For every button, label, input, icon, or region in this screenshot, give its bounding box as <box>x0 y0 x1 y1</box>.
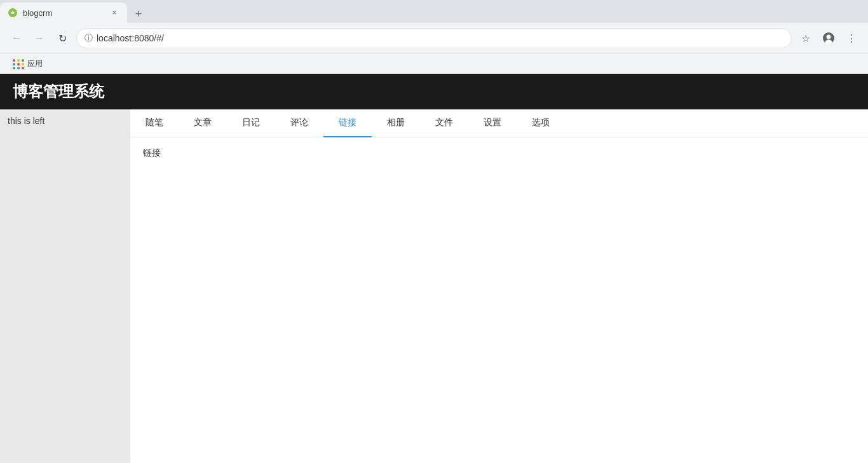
address-input[interactable] <box>97 33 783 43</box>
svg-point-2 <box>827 35 831 39</box>
left-sidebar: this is left <box>0 109 130 463</box>
tab-xuanxiang[interactable]: 选项 <box>517 109 565 137</box>
sidebar-text: this is left <box>0 109 130 132</box>
tab-shezhi[interactable]: 设置 <box>468 109 517 137</box>
forward-button[interactable]: → <box>31 29 48 47</box>
apps-grid-icon <box>13 59 25 69</box>
tab-title: blogcrm <box>23 8 104 18</box>
tab-favicon <box>8 8 18 18</box>
address-bar: ← → ↻ ⓘ ☆ ⋮ <box>0 23 868 53</box>
tab-riji[interactable]: 日记 <box>227 109 275 137</box>
tab-wenjian[interactable]: 文件 <box>420 109 468 137</box>
app-body: this is left 随笔 文章 日记 评论 链接 相册 文件 设置 选项 … <box>0 109 868 463</box>
tab-pinglun[interactable]: 评论 <box>275 109 323 137</box>
app-header: 博客管理系统 <box>0 74 868 109</box>
browser-chrome: blogcrm × + ← → ↻ ⓘ ☆ ⋮ <box>0 0 868 74</box>
apps-label: 应用 <box>27 59 43 69</box>
address-input-wrap[interactable]: ⓘ <box>76 28 792 48</box>
tab-lianjie[interactable]: 链接 <box>323 109 372 137</box>
tab-xiangce[interactable]: 相册 <box>372 109 420 137</box>
content-title: 链接 <box>143 148 855 159</box>
bookmarks-bar: 应用 <box>0 53 868 74</box>
tab-bar: blogcrm × + <box>0 0 868 23</box>
profile-button[interactable] <box>820 29 837 47</box>
menu-button[interactable]: ⋮ <box>843 29 860 47</box>
content-area: 链接 <box>130 137 868 169</box>
reload-button[interactable]: ↻ <box>53 29 71 47</box>
tab-wenzhang[interactable]: 文章 <box>179 109 227 137</box>
tab-close-button[interactable]: × <box>109 8 119 18</box>
star-button[interactable]: ☆ <box>797 29 815 47</box>
tab-suibi[interactable]: 随笔 <box>130 109 179 137</box>
app-title: 博客管理系统 <box>13 81 104 102</box>
back-button[interactable]: ← <box>8 29 25 47</box>
new-tab-button[interactable]: + <box>130 5 147 23</box>
browser-tab[interactable]: blogcrm × <box>0 3 127 23</box>
apps-bookmark[interactable]: 应用 <box>8 56 48 72</box>
profile-icon <box>823 32 834 44</box>
lock-icon: ⓘ <box>85 32 93 44</box>
main-content: 随笔 文章 日记 评论 链接 相册 文件 设置 选项 链接 <box>130 109 868 463</box>
tabs-nav: 随笔 文章 日记 评论 链接 相册 文件 设置 选项 <box>130 109 868 137</box>
